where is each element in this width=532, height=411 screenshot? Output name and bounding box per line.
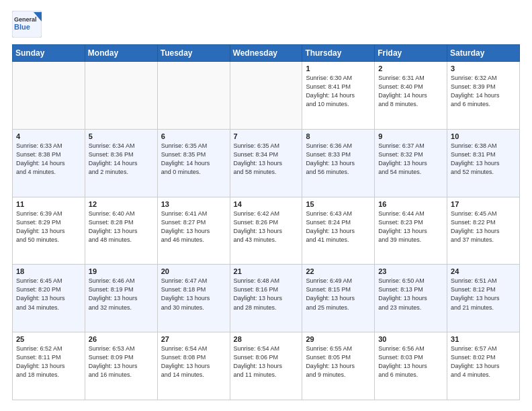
day-info: Sunrise: 6:44 AM Sunset: 8:23 PM Dayligh… xyxy=(378,210,443,244)
day-number: 18 xyxy=(16,267,81,275)
day-info: Sunrise: 6:42 AM Sunset: 8:26 PM Dayligh… xyxy=(234,210,299,244)
day-cell-27: 27Sunrise: 6:54 AM Sunset: 8:08 PM Dayli… xyxy=(157,332,230,400)
week-row-5: 25Sunrise: 6:52 AM Sunset: 8:11 PM Dayli… xyxy=(13,332,520,400)
day-cell-13: 13Sunrise: 6:41 AM Sunset: 8:27 PM Dayli… xyxy=(157,197,230,265)
day-cell-9: 9Sunrise: 6:37 AM Sunset: 8:32 PM Daylig… xyxy=(375,129,447,197)
day-info: Sunrise: 6:31 AM Sunset: 8:40 PM Dayligh… xyxy=(378,74,443,109)
day-info: Sunrise: 6:45 AM Sunset: 8:22 PM Dayligh… xyxy=(451,210,516,244)
day-cell-2: 2Sunrise: 6:31 AM Sunset: 8:40 PM Daylig… xyxy=(375,62,447,130)
day-info: Sunrise: 6:36 AM Sunset: 8:33 PM Dayligh… xyxy=(306,142,371,177)
day-number: 8 xyxy=(306,132,371,140)
week-row-3: 11Sunrise: 6:39 AM Sunset: 8:29 PM Dayli… xyxy=(13,197,520,265)
weekday-header-monday: Monday xyxy=(85,45,157,62)
day-info: Sunrise: 6:54 AM Sunset: 8:08 PM Dayligh… xyxy=(161,345,226,379)
day-cell-26: 26Sunrise: 6:53 AM Sunset: 8:09 PM Dayli… xyxy=(85,332,157,400)
week-row-2: 4Sunrise: 6:33 AM Sunset: 8:38 PM Daylig… xyxy=(13,129,520,197)
day-info: Sunrise: 6:35 AM Sunset: 8:34 PM Dayligh… xyxy=(234,142,299,177)
day-number: 21 xyxy=(234,267,299,275)
day-number: 29 xyxy=(306,335,371,343)
day-number: 4 xyxy=(16,132,81,140)
day-number: 28 xyxy=(234,335,299,343)
day-info: Sunrise: 6:43 AM Sunset: 8:24 PM Dayligh… xyxy=(306,210,371,244)
day-info: Sunrise: 6:51 AM Sunset: 8:12 PM Dayligh… xyxy=(451,277,516,312)
day-number: 11 xyxy=(16,200,81,208)
week-row-4: 18Sunrise: 6:45 AM Sunset: 8:20 PM Dayli… xyxy=(13,265,520,332)
day-info: Sunrise: 6:55 AM Sunset: 8:05 PM Dayligh… xyxy=(306,345,371,379)
day-info: Sunrise: 6:30 AM Sunset: 8:41 PM Dayligh… xyxy=(306,74,371,109)
weekday-header-row: SundayMondayTuesdayWednesdayThursdayFrid… xyxy=(13,45,520,62)
day-info: Sunrise: 6:54 AM Sunset: 8:06 PM Dayligh… xyxy=(234,345,299,379)
day-cell-5: 5Sunrise: 6:34 AM Sunset: 8:36 PM Daylig… xyxy=(85,129,157,197)
logo: General Blue xyxy=(12,11,42,38)
day-info: Sunrise: 6:56 AM Sunset: 8:03 PM Dayligh… xyxy=(378,345,443,379)
page: General Blue SundayMondayTuesdayWednesda… xyxy=(0,0,532,411)
empty-cell xyxy=(85,62,157,130)
day-number: 1 xyxy=(306,64,371,73)
weekday-header-sunday: Sunday xyxy=(13,45,85,62)
day-number: 6 xyxy=(161,132,226,140)
day-number: 22 xyxy=(306,267,371,275)
day-info: Sunrise: 6:38 AM Sunset: 8:31 PM Dayligh… xyxy=(451,142,516,177)
day-cell-16: 16Sunrise: 6:44 AM Sunset: 8:23 PM Dayli… xyxy=(375,197,447,265)
day-cell-14: 14Sunrise: 6:42 AM Sunset: 8:26 PM Dayli… xyxy=(230,197,302,265)
day-info: Sunrise: 6:53 AM Sunset: 8:09 PM Dayligh… xyxy=(89,345,154,379)
empty-cell xyxy=(230,62,302,130)
day-number: 27 xyxy=(161,335,226,343)
logo-svg: General Blue xyxy=(12,11,42,38)
header: General Blue xyxy=(12,11,520,38)
day-info: Sunrise: 6:32 AM Sunset: 8:39 PM Dayligh… xyxy=(451,74,516,109)
day-cell-17: 17Sunrise: 6:45 AM Sunset: 8:22 PM Dayli… xyxy=(447,197,520,265)
day-cell-7: 7Sunrise: 6:35 AM Sunset: 8:34 PM Daylig… xyxy=(230,129,302,197)
day-number: 15 xyxy=(306,200,371,208)
day-number: 19 xyxy=(89,267,154,275)
day-cell-21: 21Sunrise: 6:48 AM Sunset: 8:16 PM Dayli… xyxy=(230,265,302,332)
day-cell-20: 20Sunrise: 6:47 AM Sunset: 8:18 PM Dayli… xyxy=(157,265,230,332)
day-info: Sunrise: 6:37 AM Sunset: 8:32 PM Dayligh… xyxy=(378,142,443,177)
calendar-table: SundayMondayTuesdayWednesdayThursdayFrid… xyxy=(12,44,520,400)
weekday-header-wednesday: Wednesday xyxy=(230,45,302,62)
day-number: 13 xyxy=(161,200,226,208)
day-info: Sunrise: 6:57 AM Sunset: 8:02 PM Dayligh… xyxy=(451,345,516,379)
empty-cell xyxy=(13,62,85,130)
day-info: Sunrise: 6:33 AM Sunset: 8:38 PM Dayligh… xyxy=(16,142,81,177)
day-number: 12 xyxy=(89,200,154,208)
day-number: 10 xyxy=(451,132,516,140)
day-cell-8: 8Sunrise: 6:36 AM Sunset: 8:33 PM Daylig… xyxy=(302,129,375,197)
day-number: 5 xyxy=(89,132,154,140)
day-cell-28: 28Sunrise: 6:54 AM Sunset: 8:06 PM Dayli… xyxy=(230,332,302,400)
day-info: Sunrise: 6:41 AM Sunset: 8:27 PM Dayligh… xyxy=(161,210,226,244)
day-cell-1: 1Sunrise: 6:30 AM Sunset: 8:41 PM Daylig… xyxy=(302,62,375,130)
day-number: 26 xyxy=(89,335,154,343)
day-info: Sunrise: 6:47 AM Sunset: 8:18 PM Dayligh… xyxy=(161,277,226,312)
svg-text:Blue: Blue xyxy=(14,23,30,31)
day-info: Sunrise: 6:52 AM Sunset: 8:11 PM Dayligh… xyxy=(16,345,81,379)
day-number: 31 xyxy=(451,335,516,343)
day-cell-31: 31Sunrise: 6:57 AM Sunset: 8:02 PM Dayli… xyxy=(447,332,520,400)
day-info: Sunrise: 6:35 AM Sunset: 8:35 PM Dayligh… xyxy=(161,142,226,177)
day-info: Sunrise: 6:40 AM Sunset: 8:28 PM Dayligh… xyxy=(89,210,154,244)
day-number: 14 xyxy=(234,200,299,208)
day-number: 20 xyxy=(161,267,226,275)
day-number: 24 xyxy=(451,267,516,275)
day-number: 3 xyxy=(451,64,516,73)
weekday-header-friday: Friday xyxy=(375,45,447,62)
day-number: 23 xyxy=(378,267,443,275)
day-cell-3: 3Sunrise: 6:32 AM Sunset: 8:39 PM Daylig… xyxy=(447,62,520,130)
day-cell-12: 12Sunrise: 6:40 AM Sunset: 8:28 PM Dayli… xyxy=(85,197,157,265)
day-cell-23: 23Sunrise: 6:50 AM Sunset: 8:13 PM Dayli… xyxy=(375,265,447,332)
week-row-1: 1Sunrise: 6:30 AM Sunset: 8:41 PM Daylig… xyxy=(13,62,520,130)
day-cell-6: 6Sunrise: 6:35 AM Sunset: 8:35 PM Daylig… xyxy=(157,129,230,197)
day-number: 7 xyxy=(234,132,299,140)
day-info: Sunrise: 6:49 AM Sunset: 8:15 PM Dayligh… xyxy=(306,277,371,312)
day-cell-25: 25Sunrise: 6:52 AM Sunset: 8:11 PM Dayli… xyxy=(13,332,85,400)
day-number: 16 xyxy=(378,200,443,208)
day-number: 9 xyxy=(378,132,443,140)
day-cell-30: 30Sunrise: 6:56 AM Sunset: 8:03 PM Dayli… xyxy=(375,332,447,400)
day-info: Sunrise: 6:50 AM Sunset: 8:13 PM Dayligh… xyxy=(378,277,443,312)
weekday-header-saturday: Saturday xyxy=(447,45,520,62)
svg-text:General: General xyxy=(14,16,37,23)
day-cell-22: 22Sunrise: 6:49 AM Sunset: 8:15 PM Dayli… xyxy=(302,265,375,332)
day-cell-19: 19Sunrise: 6:46 AM Sunset: 8:19 PM Dayli… xyxy=(85,265,157,332)
day-number: 17 xyxy=(451,200,516,208)
day-cell-29: 29Sunrise: 6:55 AM Sunset: 8:05 PM Dayli… xyxy=(302,332,375,400)
